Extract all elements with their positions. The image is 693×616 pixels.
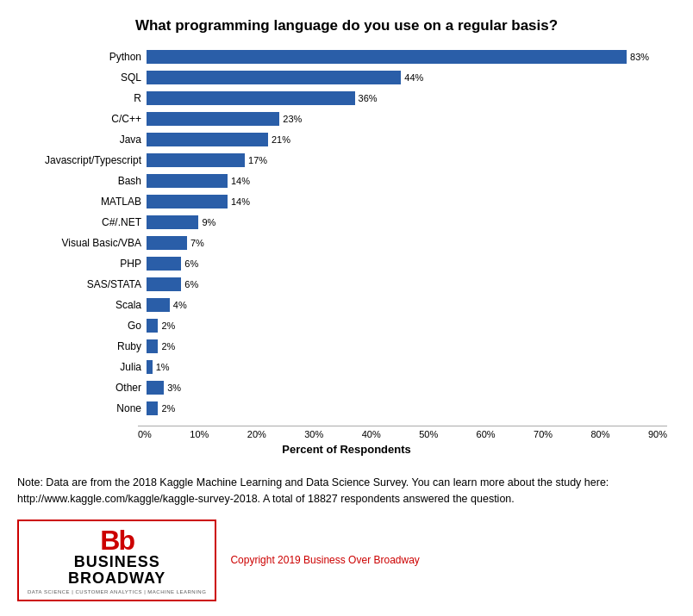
bar-row: SAS/STATA6% [34,276,667,293]
bar-value: 83% [630,52,649,62]
x-axis-label: 80% [591,429,610,439]
bar-track: 23% [147,112,667,126]
bar-label: MATLAB [34,196,147,208]
bar-track: 3% [147,381,667,395]
copyright-text: Copyright 2019 Business Over Broadway [230,554,419,566]
bar-track: 14% [147,195,667,208]
bar-row: Scala4% [34,296,667,314]
bar-label: Python [34,51,147,63]
bar-track: 2% [147,401,667,415]
x-axis-label: 90% [648,429,667,439]
bar-fill [147,381,164,395]
bar-fill [147,174,228,188]
bar-row: Go2% [34,317,667,334]
bar-row: Julia1% [34,358,667,376]
logo-tagline: DATA SCIENCE | CUSTOMER ANALYTICS | MACH… [28,589,206,594]
bar-track: 7% [147,236,667,250]
bar-label: Java [34,134,147,146]
bar-label: SAS/STATA [34,278,147,290]
bar-track: 14% [147,174,667,188]
bar-row: Python83% [34,48,667,65]
bar-label: Javascript/Typescript [34,154,147,166]
bar-row: Visual Basic/VBA7% [34,234,667,252]
bar-value: 9% [202,217,215,227]
x-axis-label: 10% [190,429,209,439]
x-axis-label: 50% [419,429,438,439]
bar-fill [147,195,228,208]
bar-row: Ruby2% [34,338,667,355]
bar-fill [147,133,268,146]
bar-track: 17% [147,153,667,167]
bar-value: 2% [161,320,175,331]
logo-bb: Bb [100,526,134,554]
bar-value: 44% [404,72,423,83]
bar-value: 6% [184,279,198,289]
x-axis-title: Percent of Respondents [26,443,667,456]
bar-fill [147,257,181,271]
bar-label: R [34,92,147,104]
bar-label: Go [34,320,147,332]
bar-label: Scala [34,299,147,311]
bar-label: C/C++ [34,113,147,125]
bar-track: 83% [147,50,667,64]
bar-label: Julia [34,361,147,373]
logo-box: Bb BUSINESS BROADWAY DATA SCIENCE | CUST… [17,520,216,602]
bar-row: R36% [34,90,667,107]
x-axis-label: 30% [304,429,323,439]
chart-container: What programming language do you use on … [9,9,684,464]
x-axis-label: 60% [477,429,496,439]
bar-value: 14% [231,176,250,186]
bar-row: None2% [34,400,667,417]
note-text: Note: Data are from the 2018 Kaggle Mach… [17,476,609,505]
bar-fill [147,277,181,291]
bar-value: 6% [184,258,198,269]
bar-track: 2% [147,339,667,353]
logo-broadway: BROADWAY [68,570,165,588]
bar-value: 4% [173,300,187,310]
bar-label: SQL [34,72,147,84]
bar-fill [147,339,158,353]
bar-track: 1% [147,360,667,374]
x-axis-labels: 0%10%20%30%40%50%60%70%80%90% [138,426,667,439]
bar-row: C#/.NET9% [34,214,667,231]
logo-business: BUSINESS [74,554,160,571]
x-axis-label: 40% [362,429,381,439]
footer: Bb BUSINESS BROADWAY DATA SCIENCE | CUST… [9,520,684,602]
bar-value: 23% [283,114,302,124]
bar-row: Bash14% [34,172,667,190]
bar-track: 2% [147,319,667,333]
bar-track: 21% [147,133,667,146]
bar-fill [147,71,401,84]
bar-label: PHP [34,258,147,270]
bar-value: 1% [156,362,170,372]
bar-fill [147,401,158,415]
bar-row: SQL44% [34,69,667,86]
chart-title: What programming language do you use on … [26,17,667,34]
bar-row: PHP6% [34,255,667,272]
x-axis: 0%10%20%30%40%50%60%70%80%90% [26,426,667,439]
bar-track: 9% [147,215,667,229]
bar-label: Ruby [34,340,147,352]
bar-value: 2% [161,341,175,352]
chart-area: Python83%SQL44%R36%C/C++23%Java21%Javasc… [26,48,667,420]
bar-value: 21% [272,134,290,145]
bar-value: 2% [161,403,175,414]
bar-track: 36% [147,91,667,105]
bar-fill [147,153,245,167]
bar-fill [147,112,279,126]
bar-fill [147,298,170,312]
bar-fill [147,215,198,229]
bar-label: Bash [34,175,147,187]
bar-value: 3% [167,383,181,393]
bar-value: 14% [231,196,250,207]
bar-track: 4% [147,298,667,312]
bar-value: 36% [359,93,378,103]
bar-row: Javascript/Typescript17% [34,152,667,169]
bar-fill [147,319,158,333]
x-axis-label: 20% [247,429,266,439]
bar-value: 7% [190,238,204,248]
bar-track: 44% [147,71,667,84]
bar-label: C#/.NET [34,216,147,228]
bar-row: MATLAB14% [34,193,667,210]
note-section: Note: Data are from the 2018 Kaggle Mach… [9,475,684,507]
